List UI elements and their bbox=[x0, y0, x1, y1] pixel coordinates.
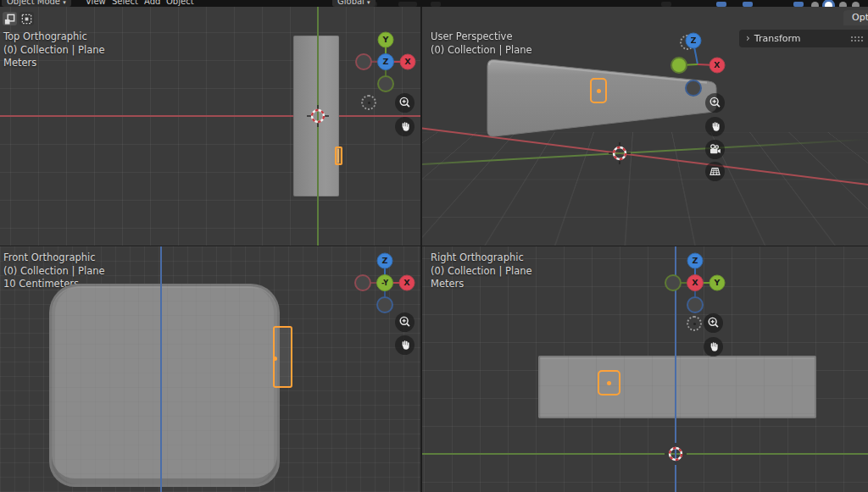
x-axis-line bbox=[0, 115, 420, 117]
pan-button[interactable] bbox=[395, 335, 415, 355]
snap-magnet-icon[interactable] bbox=[398, 2, 417, 7]
gizmo-axis-neg-x[interactable] bbox=[355, 275, 370, 290]
transform-panel-label: Transform bbox=[754, 33, 801, 44]
gizmo-axis-neg-y[interactable] bbox=[665, 275, 681, 290]
view-name: Right Orthographic bbox=[431, 252, 532, 265]
zoom-button[interactable] bbox=[395, 93, 415, 113]
camera-view-button[interactable] bbox=[705, 140, 725, 159]
shading-solid-icon[interactable] bbox=[825, 2, 832, 7]
grid-scale: Meters bbox=[3, 57, 105, 70]
gizmo-label-x: X bbox=[403, 278, 410, 287]
gizmo-label-x: X bbox=[404, 57, 411, 66]
menu-select[interactable]: Select bbox=[112, 0, 138, 7]
viewport-user-perspective: User Perspective (0) Collection | Plane … bbox=[422, 7, 868, 246]
selected-plane[interactable] bbox=[598, 370, 620, 395]
cursor-3d bbox=[609, 142, 631, 164]
topbar: Object Mode ▾ View Select Add Object Glo… bbox=[0, 0, 868, 7]
gizmo-axis-y[interactable] bbox=[671, 58, 687, 73]
gizmo-axis-neg-y[interactable] bbox=[378, 76, 393, 91]
zoom-button[interactable] bbox=[704, 313, 723, 333]
hand-icon bbox=[398, 339, 411, 351]
hand-icon bbox=[709, 120, 721, 133]
xray-toggle-icon[interactable] bbox=[793, 2, 804, 7]
viewport-front-orthographic: Front Orthographic (0) Collection | Plan… bbox=[0, 246, 420, 492]
filter-icon[interactable] bbox=[661, 2, 671, 7]
navigation-gizmo: Y X Z bbox=[355, 31, 416, 92]
plane-object-front-view[interactable] bbox=[49, 284, 280, 487]
shading-rendered-icon[interactable] bbox=[852, 2, 860, 7]
orientation-dropdown[interactable]: Global ▾ bbox=[332, 0, 376, 7]
gizmo-label-x: X bbox=[692, 278, 698, 287]
menu-view[interactable]: View bbox=[86, 0, 106, 7]
collection-path: (0) Collection | Plane bbox=[431, 265, 532, 279]
gizmo-axis-neg-z[interactable] bbox=[686, 80, 701, 96]
plane-object-right-view[interactable] bbox=[538, 356, 816, 418]
light-object[interactable] bbox=[361, 95, 376, 110]
viewport-info: Top Orthographic (0) Collection | Plane … bbox=[3, 30, 105, 70]
shading-wireframe-icon[interactable] bbox=[811, 2, 819, 7]
cursor-3d bbox=[665, 443, 687, 465]
show-overlays-icon[interactable] bbox=[743, 2, 753, 7]
gizmo-axis-neg-z[interactable] bbox=[377, 297, 392, 312]
tweak-tool-icon bbox=[3, 13, 16, 25]
selected-plane[interactable] bbox=[590, 78, 607, 103]
gizmo-label-z: Z bbox=[693, 256, 698, 265]
menu-add[interactable]: Add bbox=[144, 0, 160, 7]
shading-material-icon[interactable] bbox=[839, 2, 847, 7]
cursor-3d bbox=[307, 105, 329, 127]
selected-plane-face bbox=[337, 149, 339, 163]
menu-object[interactable]: Object bbox=[166, 0, 194, 7]
grid-scale: Meters bbox=[431, 278, 532, 291]
z-axis-line bbox=[160, 246, 162, 492]
gizmo-label-x: X bbox=[714, 60, 721, 69]
pan-button[interactable] bbox=[395, 117, 415, 136]
viewport-info: Right Orthographic (0) Collection | Plan… bbox=[431, 252, 532, 291]
magnifier-icon bbox=[706, 316, 721, 330]
pan-button[interactable] bbox=[704, 337, 723, 357]
selected-plane[interactable] bbox=[273, 326, 292, 388]
select-box-tool-icon bbox=[20, 13, 33, 25]
viewport-right-orthographic: Right Orthographic (0) Collection | Plan… bbox=[422, 246, 868, 492]
navigation-gizmo: Z X -Y bbox=[354, 252, 415, 313]
navigation-gizmo: X Z bbox=[664, 30, 732, 98]
camera-icon bbox=[708, 142, 722, 157]
view-name: Top Orthographic bbox=[3, 30, 105, 44]
view-name: Front Orthographic bbox=[3, 252, 105, 265]
zoom-button[interactable] bbox=[705, 93, 725, 113]
gizmo-axis-neg-z[interactable] bbox=[687, 297, 703, 312]
mode-dropdown[interactable]: Object Mode ▾ bbox=[2, 0, 71, 7]
gizmo-label-z: Z bbox=[382, 256, 388, 265]
magnifier-icon bbox=[398, 315, 412, 329]
origin-dot bbox=[607, 381, 611, 385]
hand-icon bbox=[398, 120, 411, 133]
collection-path: (0) Collection | Plane bbox=[3, 44, 105, 58]
zoom-button[interactable] bbox=[395, 312, 415, 332]
grid-icon bbox=[708, 164, 722, 179]
drag-handle-icon[interactable] bbox=[850, 36, 864, 42]
gizmo-axis-neg-x[interactable] bbox=[356, 54, 371, 69]
origin-dot bbox=[597, 89, 601, 93]
gizmo-label-neg-y: -Y bbox=[381, 279, 388, 287]
transform-panel-header[interactable]: › Transform bbox=[739, 30, 868, 47]
pan-button[interactable] bbox=[705, 117, 725, 136]
gizmo-label-z: Z bbox=[691, 36, 697, 45]
select-box-tool-button[interactable] bbox=[19, 12, 34, 25]
y-axis-line bbox=[422, 453, 868, 455]
gizmo-label-y: Y bbox=[382, 35, 389, 44]
hand-icon bbox=[707, 340, 720, 353]
gizmo-label-z: Z bbox=[383, 57, 389, 66]
light-object[interactable] bbox=[687, 316, 702, 331]
origin-dot bbox=[273, 357, 277, 361]
options-tab[interactable]: Options bbox=[843, 10, 868, 25]
magnifier-icon bbox=[398, 96, 412, 110]
magnifier-icon bbox=[708, 96, 722, 110]
chevron-right-icon: › bbox=[746, 32, 750, 44]
perspective-toggle-button[interactable] bbox=[705, 162, 725, 181]
gizmo-label-y: Y bbox=[714, 278, 721, 287]
viewport-top-orthographic: Top Orthographic (0) Collection | Plane … bbox=[0, 7, 420, 246]
navigation-gizmo: Z Y X bbox=[665, 252, 726, 313]
selected-plane[interactable] bbox=[335, 146, 342, 165]
show-gizmos-icon[interactable] bbox=[716, 2, 726, 7]
proportional-editing-icon[interactable] bbox=[431, 2, 441, 7]
tweak-tool-button[interactable] bbox=[3, 12, 17, 25]
